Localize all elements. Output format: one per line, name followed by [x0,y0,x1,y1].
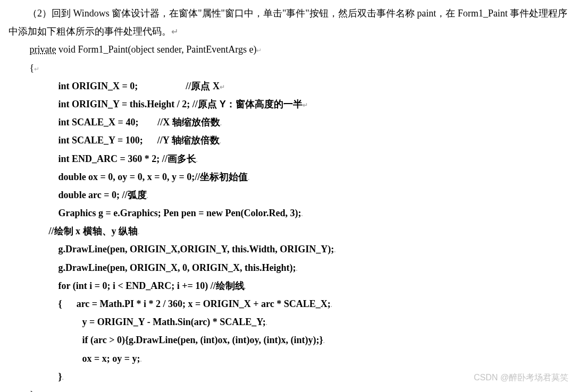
code-line-for: for (int i = 0; i < END_ARC; i += 10) //… [30,277,569,295]
code-line-ox-oy: ox = x; oy = y;. [30,350,569,368]
code-line-drawline-y: g.DrawLine(pen, ORIGIN_X, 0, ORIGIN_X, t… [30,259,569,277]
line-end: . [334,247,336,254]
line-end: . [147,193,148,200]
code-line-y-calc: y = ORIGIN_Y - Math.Sin(arc) * SCALE_Y;. [30,313,569,331]
line-end: . [220,138,221,145]
method-signature: private void Form1_Paint(object sender, … [30,40,569,58]
line-end: . [296,266,298,272]
code-line-graphics: Graphics g = e.Graphics; Pen pen = new P… [30,204,569,222]
line-end: ↵ [256,47,262,54]
code-line-scale-x: int SCALE_X = 40; //X 轴缩放倍数. [30,113,569,131]
return-mark-icon: ↵ [171,27,178,37]
code-line-loop-close: }. [30,368,569,386]
code-line-scale-y: int SCALE_Y = 100; //Y 轴缩放倍数. [30,131,569,149]
code-line-drawline-x: g.DrawLine(pen, ORIGIN_X,ORIGIN_Y, this.… [30,240,569,258]
line-end: . [140,356,142,363]
signature-rest: void Form1_Paint(object sender, PaintEve… [56,44,257,55]
code-comment-axes: //绘制 x 横轴、y 纵轴. [30,222,569,240]
line-end: . [248,175,249,182]
line-end: . [138,229,139,236]
line-end: ↵ [220,84,225,91]
code-line-loop-open: { arc = Math.PI * i * 2 / 360; x = ORIGI… [30,295,569,313]
line-end: . [220,120,222,127]
code-line-end-arc: int END_ARC = 360 * 2; //画多长. [30,150,569,168]
brace-open: {↵ [30,59,569,77]
line-end: . [245,284,246,291]
line-end: . [301,211,303,218]
line-end: . [331,302,332,309]
line-end: . [323,338,325,345]
code-line-origin-y: int ORIGIN_Y = this.Height / 2; //原点 Y：窗… [30,95,569,113]
private-keyword: private [30,44,56,55]
instruction-text: （2）回到 Windows 窗体设计器，在窗体"属性"窗口中，单击"事件"按钮，… [9,8,567,37]
code-line-coords-init: double ox = 0, oy = 0, x = 0, y = 0;//坐标… [30,168,569,186]
line-end: . [196,157,198,164]
code-block: private void Form1_Paint(object sender, … [9,40,569,392]
instruction-paragraph: （2）回到 Windows 窗体设计器，在窗体"属性"窗口中，单击"事件"按钮，… [9,4,569,40]
line-end: ↵ [303,102,308,109]
brace-close: }. [30,386,569,392]
code-line-arc-init: double arc = 0; //弧度. [30,186,569,204]
line-end: ↵ [34,66,39,73]
document-body: （2）回到 Windows 窗体设计器，在窗体"属性"窗口中，单击"事件"按钮，… [9,4,569,392]
code-line-origin-x: int ORIGIN_X = 0; //原点 X↵ [30,77,569,95]
code-line-if-draw: if (arc > 0){g.DrawLine(pen, (int)ox, (i… [30,331,569,349]
line-end: . [62,374,64,381]
line-end: . [266,320,267,327]
